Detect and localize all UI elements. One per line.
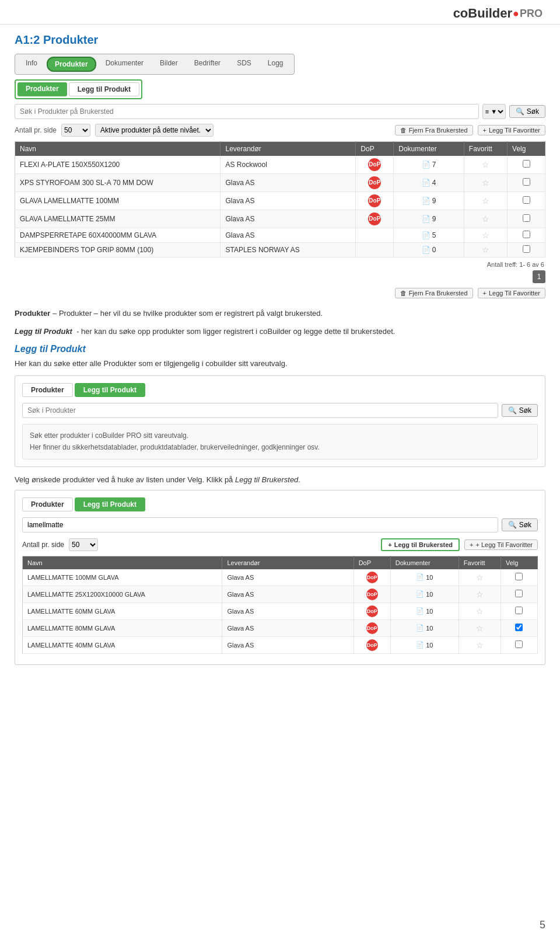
filter-select[interactable]: Aktive produkter på dette nivået. [95, 124, 214, 137]
table-row: LAMELLMATTE 60MM GLAVA Glava AS DoP 📄 10… [23, 603, 538, 619]
cell-fav[interactable]: ☆ [459, 586, 501, 603]
search-select[interactable]: ≡ ▼ [482, 104, 506, 119]
velg-checkbox[interactable] [515, 607, 523, 614]
velg-checkbox[interactable] [523, 214, 530, 222]
cell-velg[interactable] [508, 243, 545, 257]
treff-info: Antall treff: 1- 6 av 6 [15, 261, 545, 268]
antall-select[interactable]: 50 [61, 124, 90, 137]
cell-fav[interactable]: ☆ [459, 569, 501, 586]
panel3-search-btn[interactable]: 🔍 Søk [502, 518, 538, 531]
cell-fav[interactable]: ☆ [464, 174, 507, 192]
legg-til-favoritter-btn[interactable]: + Legg Til Favoritter [478, 125, 545, 135]
cell-fav[interactable]: ☆ [464, 243, 507, 257]
cell-fav[interactable]: ☆ [459, 603, 501, 619]
p3-th-leverandor: Leverandør [222, 556, 354, 569]
tab-dokumenter[interactable]: Dokumenter [99, 57, 150, 72]
cell-velg[interactable] [508, 156, 545, 174]
sub-tab-legg-til[interactable]: Legg til Produkt [69, 82, 139, 96]
cell-dok: 📄 10 [390, 586, 459, 603]
velg-checkbox[interactable] [523, 196, 530, 204]
panel2-tab-legg-til[interactable]: Legg til Produkt [75, 383, 145, 397]
star-icon[interactable]: ☆ [476, 624, 484, 633]
star-icon[interactable]: ☆ [482, 245, 489, 255]
logo-dot: ● [513, 8, 519, 20]
star-icon[interactable]: ☆ [476, 640, 484, 650]
cell-velg[interactable] [508, 174, 545, 192]
star-icon[interactable]: ☆ [482, 196, 489, 206]
legg-til-brukersted-btn[interactable]: + Legg til Brukersted [381, 538, 460, 551]
cell-velg[interactable] [501, 619, 537, 636]
star-icon[interactable]: ☆ [476, 590, 484, 599]
pagination: 1 [15, 270, 545, 283]
th-dop: DoP [356, 142, 394, 156]
tab-bedrifter[interactable]: Bedrifter [187, 57, 228, 72]
panel2-search-btn[interactable]: 🔍 Søk [502, 404, 538, 417]
cell-fav[interactable]: ☆ [464, 228, 507, 243]
cell-dop: DoP [356, 156, 394, 174]
bottom-legg-fav-btn[interactable]: + Legg Til Favoritter [478, 288, 545, 298]
legg-til-brukersted-label: Legg til Brukersted [394, 541, 453, 548]
velg-text-para: Velg ønskede produkter ved å huke av lis… [15, 475, 545, 484]
panel3-search-row: 🔍 Søk [22, 517, 538, 532]
tab-info[interactable]: Info [19, 57, 44, 72]
table-row: KJEMPEBINDERS TOP GRIP 80MM (100) STAPLE… [15, 243, 545, 257]
velg-checkbox[interactable] [523, 160, 530, 168]
star-icon[interactable]: ☆ [482, 160, 489, 169]
tab-logg[interactable]: Logg [261, 57, 290, 72]
sub-tab-produkter[interactable]: Produkter [18, 82, 67, 96]
cell-velg[interactable] [501, 603, 537, 619]
cell-velg[interactable] [501, 586, 537, 603]
dop-badge: DoP [368, 194, 381, 207]
search-button[interactable]: 🔍 Søk [509, 105, 545, 118]
cell-leverandor: Glava AS [222, 569, 354, 586]
table-row: FLEXI A-PLATE 150X550X1200 AS Rockwool D… [15, 156, 545, 174]
panel3-search-input[interactable] [22, 517, 498, 532]
cell-velg[interactable] [501, 636, 537, 653]
cell-velg[interactable] [501, 569, 537, 586]
panel3-tab-legg-til[interactable]: Legg til Produkt [75, 497, 145, 511]
cell-velg[interactable] [508, 228, 545, 243]
tab-bilder[interactable]: Bilder [153, 57, 185, 72]
page-1-btn[interactable]: 1 [533, 270, 545, 283]
panel3-legg-fav-btn[interactable]: + + Legg Til Favoritter [464, 539, 538, 550]
cell-fav[interactable]: ☆ [459, 636, 501, 653]
cell-navn: LAMELLMATTE 60MM GLAVA [23, 603, 222, 619]
bottom-fjern-label: Fjern Fra Brukersted [409, 290, 468, 297]
cell-fav[interactable]: ☆ [464, 210, 507, 228]
velg-checkbox[interactable] [515, 573, 523, 580]
velg-checkbox[interactable] [515, 640, 523, 648]
table-row: GLAVA LAMELLMATTE 25MM Glava AS DoP 📄 9 … [15, 210, 545, 228]
panel2-tab-produkter[interactable]: Produkter [22, 383, 73, 397]
tab-produkter[interactable]: Produkter [47, 57, 96, 72]
cell-velg[interactable] [508, 210, 545, 228]
star-icon[interactable]: ☆ [482, 178, 489, 187]
cell-fav[interactable]: ☆ [459, 619, 501, 636]
cell-fav[interactable]: ☆ [464, 156, 507, 174]
panel3-antall-select[interactable]: 50 [69, 538, 98, 551]
velg-checkbox[interactable] [523, 231, 530, 238]
velg-text-start: Velg ønskede produkter ved å huke av lis… [15, 475, 235, 484]
star-icon[interactable]: ☆ [482, 214, 489, 224]
cell-velg[interactable] [508, 192, 545, 210]
cell-dop: DoP [356, 174, 394, 192]
dop-badge: DoP [368, 158, 381, 171]
fjern-fra-brukersted-btn[interactable]: 🗑 Fjern Fra Brukersted [395, 125, 473, 135]
dop-badge: DoP [366, 572, 378, 583]
plus-icon-2: + [483, 290, 487, 297]
panel3-tab-produkter[interactable]: Produkter [22, 497, 73, 511]
star-icon[interactable]: ☆ [476, 607, 484, 616]
velg-checkbox[interactable] [515, 590, 523, 597]
antall-label: Antall pr. side [15, 126, 57, 134]
star-icon[interactable]: ☆ [482, 231, 489, 240]
velg-checkbox[interactable] [523, 178, 530, 186]
tab-sds[interactable]: SDS [230, 57, 258, 72]
section-desc: Her kan du søke etter alle Produkter som… [15, 358, 545, 370]
star-icon[interactable]: ☆ [476, 573, 484, 582]
cell-navn: KJEMPEBINDERS TOP GRIP 80MM (100) [15, 243, 220, 257]
bottom-fjern-btn[interactable]: 🗑 Fjern Fra Brukersted [395, 288, 473, 298]
search-input[interactable] [15, 104, 479, 119]
velg-checkbox[interactable] [515, 624, 523, 631]
panel2-search-input[interactable] [22, 403, 498, 418]
cell-fav[interactable]: ☆ [464, 192, 507, 210]
velg-checkbox[interactable] [523, 245, 530, 253]
